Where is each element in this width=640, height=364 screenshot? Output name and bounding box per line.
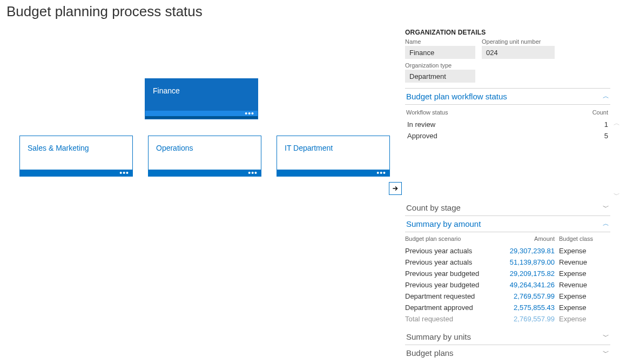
cell-amount[interactable]: 49,264,341.26 (508, 281, 559, 289)
chevron-down-icon: ﹀ (603, 203, 609, 212)
field-label: Organization type (405, 62, 475, 69)
field-label: Name (405, 38, 475, 45)
cell-class: Expense (559, 292, 602, 300)
summary-amount-table: Budget plan scenario Amount Budget class… (405, 234, 610, 329)
cell-class: Revenue (559, 258, 602, 266)
table-row[interactable]: Previous year budgeted 49,264,341.26 Rev… (405, 279, 610, 291)
workflow-status-table: Workflow status Count In review 1 Approv… (405, 108, 610, 200)
table-row[interactable]: Total requested 2,769,557.99 Expense (405, 313, 610, 325)
section-title: Budget plan workflow status (406, 92, 507, 101)
section-header-budget-plans[interactable]: Budget plans ﹀ (405, 345, 610, 361)
field-value-name[interactable]: Finance (405, 46, 475, 59)
table-row[interactable]: Previous year budgeted 29,209,175.82 Exp… (405, 268, 610, 279)
chevron-up-icon: ︿ (603, 92, 609, 101)
org-tile-finance[interactable]: Finance ••• (145, 78, 258, 119)
field-label: Operating unit number (482, 38, 555, 45)
next-page-button[interactable] (389, 182, 402, 195)
section-header-workflow-status[interactable]: Budget plan workflow status ︿ (405, 89, 610, 105)
col-header-scenario: Budget plan scenario (405, 235, 508, 242)
cell-scenario: Department requested (405, 292, 508, 300)
org-tile-it-department[interactable]: IT Department ••• (277, 136, 390, 177)
chevron-down-icon: ﹀ (603, 332, 609, 341)
cell-scenario: Previous year budgeted (405, 269, 508, 278)
field-name: Name Finance (405, 38, 475, 59)
hierarchy-panel: Finance ••• Sales & Marketing ••• Operat… (0, 24, 405, 177)
table-row[interactable]: Approved 5 (406, 130, 609, 141)
chevron-up-icon: ︿ (614, 119, 620, 128)
more-icon[interactable]: ••• (376, 172, 386, 174)
cell-scenario: Previous year actuals (405, 258, 508, 266)
tile-footer: ••• (149, 170, 261, 176)
col-header-class: Budget class (559, 235, 602, 242)
chevron-up-icon: ︿ (603, 219, 609, 228)
section-header-count-by-stage[interactable]: Count by stage ﹀ (405, 200, 610, 216)
more-icon[interactable]: ••• (119, 172, 129, 174)
scrollbar-hint[interactable]: ︿ ﹀ (612, 119, 621, 200)
section-title: Count by stage (406, 203, 461, 212)
table-row[interactable]: In review 1 (406, 119, 609, 130)
section-header-summary-by-units[interactable]: Summary by units ﹀ (405, 329, 610, 345)
col-header-amount: Amount (508, 235, 559, 242)
details-panel: ORGANIZATION DETAILS Name Finance Operat… (405, 24, 626, 361)
cell-amount[interactable]: 29,209,175.82 (508, 269, 559, 278)
cell-class: Expense (559, 315, 602, 323)
table-row[interactable]: Previous year actuals 29,307,239.81 Expe… (405, 245, 610, 257)
org-tile-label: Sales & Marketing (20, 136, 132, 160)
table-row[interactable]: Department approved 2,575,855.43 Expense (405, 302, 610, 313)
cell-scenario: Total requested (405, 315, 508, 323)
cell-status: In review (407, 120, 435, 129)
tile-footer (145, 116, 258, 119)
field-value-type[interactable]: Department (405, 70, 475, 83)
org-tile-label: Operations (149, 136, 261, 160)
more-icon[interactable]: ••• (248, 172, 258, 174)
cell-count: 5 (604, 132, 608, 140)
more-icon[interactable]: ••• (245, 112, 254, 114)
cell-amount[interactable]: 2,575,855.43 (508, 304, 559, 312)
section-title: Summary by units (406, 332, 471, 341)
arrow-right-icon (392, 185, 399, 192)
org-tile-label: IT Department (277, 136, 389, 160)
cell-amount[interactable]: 2,769,557.99 (508, 315, 559, 323)
tile-footer-stripe: ••• (145, 111, 258, 116)
cell-scenario: Previous year budgeted (405, 281, 508, 289)
cell-class: Expense (559, 269, 602, 278)
page-title: Budget planning process status (0, 0, 640, 24)
chevron-down-icon: ﹀ (614, 191, 620, 200)
section-title: Budget plans (406, 348, 454, 358)
cell-scenario: Previous year actuals (405, 247, 508, 255)
cell-amount[interactable]: 29,307,239.81 (508, 247, 559, 255)
table-row[interactable]: Department requested 2,769,557.99 Expens… (405, 291, 610, 302)
section-title-org-details: ORGANIZATION DETAILS (405, 29, 610, 36)
col-header-status: Workflow status (406, 109, 448, 116)
cell-count: 1 (604, 120, 608, 129)
field-value-unit[interactable]: 024 (482, 46, 555, 59)
cell-amount[interactable]: 2,769,557.99 (508, 292, 559, 300)
cell-class: Expense (559, 304, 602, 312)
section-header-summary-by-amount[interactable]: Summary by amount ︿ (405, 216, 610, 232)
tile-footer: ••• (277, 170, 389, 176)
cell-class: Expense (559, 247, 602, 255)
chevron-down-icon: ﹀ (603, 348, 609, 358)
org-tile-label: Finance (145, 79, 258, 103)
cell-class: Revenue (559, 281, 602, 289)
field-operating-unit: Operating unit number 024 (482, 38, 555, 59)
section-title: Summary by amount (406, 219, 481, 228)
cell-status: Approved (407, 132, 437, 140)
table-row[interactable]: Previous year actuals 51,139,879.00 Reve… (405, 257, 610, 268)
cell-scenario: Department approved (405, 304, 508, 312)
tile-footer: ••• (20, 170, 132, 176)
cell-amount[interactable]: 51,139,879.00 (508, 258, 559, 266)
org-tile-sales-marketing[interactable]: Sales & Marketing ••• (19, 136, 133, 177)
org-tile-operations[interactable]: Operations ••• (148, 136, 261, 177)
field-org-type: Organization type Department (405, 62, 475, 83)
col-header-count: Count (592, 109, 608, 116)
